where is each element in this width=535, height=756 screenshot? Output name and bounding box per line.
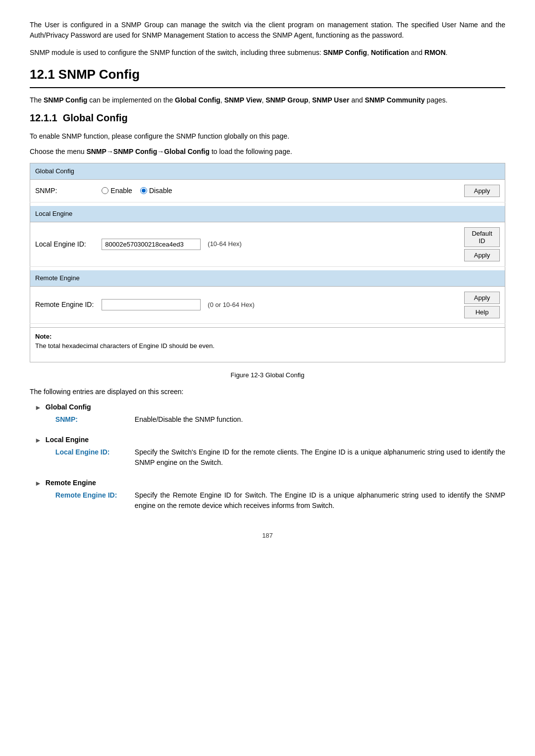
snmp-radio-group: Enable Disable — [99, 179, 459, 202]
global-config-heading: Global Config — [46, 403, 91, 411]
list-item-remote-engine: ► Remote Engine Remote Engine ID: Specif… — [35, 478, 505, 516]
note-text: The total hexadecimal characters of Engi… — [35, 342, 214, 350]
remote-engine-label: Remote Engine ID: — [30, 286, 99, 323]
choose-menu-text: Choose the menu SNMP→SNMP Config→Global … — [30, 147, 505, 157]
spacer-row-1 — [30, 202, 505, 206]
remote-engine-button-cell: Apply Help — [459, 286, 505, 323]
remote-engine-id-entry-row: Remote Engine ID: Specify the Remote Eng… — [55, 490, 505, 511]
intro-rmon-bold: RMON — [425, 49, 446, 56]
list-item-local-engine: ► Local Engine Local Engine ID: Specify … — [35, 435, 505, 473]
intro-notification-bold: Notification — [371, 49, 409, 56]
arrow-marker-remote: ► — [35, 478, 42, 489]
disable-label: Disable — [149, 186, 172, 196]
enable-label: Enable — [110, 186, 132, 196]
local-engine-id-entry-label: Local Engine ID: — [55, 447, 135, 457]
snmp-entry-label: SNMP: — [55, 414, 135, 425]
remote-engine-hint: (0 or 10-64 Hex) — [208, 300, 255, 310]
global-config-header: Global Config — [30, 163, 505, 180]
enable-radio-item[interactable]: Enable — [102, 186, 132, 196]
local-engine-hint: (10-64 Hex) — [208, 239, 242, 249]
intro-comma: , — [367, 49, 371, 56]
remote-engine-help-button[interactable]: Help — [464, 306, 500, 318]
local-engine-header-row: Local Engine — [30, 206, 505, 222]
intro-end: . — [446, 49, 448, 56]
global-config-sub-list: SNMP: Enable/Disable the SNMP function. — [55, 414, 243, 425]
remote-engine-id-input[interactable] — [102, 299, 201, 310]
enable-radio-circle[interactable] — [102, 187, 108, 194]
remote-engine-sub-list: Remote Engine ID: Specify the Remote Eng… — [55, 490, 505, 511]
local-engine-header: Local Engine — [30, 206, 505, 222]
list-item-global-config: ► Global Config SNMP: Enable/Disable the… — [35, 402, 505, 430]
section-title: 12.1 SNMP Config — [30, 65, 505, 88]
subsection-title: 12.1.1 Global Config — [30, 110, 505, 125]
local-engine-row: Local Engine ID: (10-64 Hex) Default ID … — [30, 222, 505, 266]
remote-engine-apply-button[interactable]: Apply — [464, 292, 500, 304]
local-engine-button-cell: Default ID Apply — [459, 222, 505, 266]
arrow-marker-global: ► — [35, 403, 42, 413]
local-engine-label: Local Engine ID: — [30, 222, 99, 266]
remote-engine-id-entry-label: Remote Engine ID: — [55, 490, 135, 501]
intro-and: and — [409, 49, 425, 56]
spacer-row-2 — [30, 266, 505, 270]
local-engine-default-id-button[interactable]: Default ID — [464, 227, 500, 247]
note-row: Note: The total hexadecimal characters o… — [30, 327, 505, 362]
local-engine-sub-list: Local Engine ID: Specify the Switch's En… — [55, 447, 505, 468]
remote-engine-id-entry-desc: Specify the Remote Engine ID for Switch.… — [135, 490, 505, 511]
snmp-entry-desc: Enable/Disable the SNMP function. — [135, 414, 243, 425]
disable-radio-circle[interactable] — [140, 187, 147, 194]
snmp-entry-row: SNMP: Enable/Disable the SNMP function. — [55, 414, 243, 425]
snmp-label: SNMP: — [30, 179, 99, 202]
intro-para2-prefix: SNMP module is used to configure the SNM… — [30, 49, 323, 56]
global-config-header-row: Global Config — [30, 163, 505, 180]
subsection-desc: To enable SNMP function, please configur… — [30, 131, 505, 142]
local-engine-id-entry-desc: Specify the Switch's Engine ID for the r… — [135, 447, 505, 468]
figure-caption: Figure 12-3 Global Config — [30, 370, 505, 380]
spacer-row-3 — [30, 323, 505, 327]
remote-engine-heading: Remote Engine — [46, 479, 96, 487]
arrow-marker-local: ► — [35, 435, 42, 446]
local-engine-id-entry-row: Local Engine ID: Specify the Switch's En… — [55, 447, 505, 468]
global-config-apply-button[interactable]: Apply — [464, 185, 500, 197]
following-entries-text: The following entries are displayed on t… — [30, 387, 505, 397]
note-box: Note: The total hexadecimal characters o… — [35, 332, 500, 351]
remote-engine-row: Remote Engine ID: (0 or 10-64 Hex) Apply… — [30, 286, 505, 323]
entries-list: ► Global Config SNMP: Enable/Disable the… — [35, 402, 505, 516]
local-engine-apply-button[interactable]: Apply — [464, 249, 500, 261]
remote-engine-header: Remote Engine — [30, 270, 505, 286]
remote-engine-input-cell: (0 or 10-64 Hex) — [99, 286, 459, 323]
note-label: Note: — [35, 333, 52, 340]
local-engine-input-cell: (10-64 Hex) — [99, 222, 459, 266]
local-engine-id-input[interactable] — [102, 239, 201, 250]
local-engine-heading: Local Engine — [46, 436, 89, 444]
section-description: The SNMP Config can be implemented on th… — [30, 95, 505, 105]
snmp-row: SNMP: Enable Disable Apply — [30, 179, 505, 202]
global-config-button-cell: Apply — [459, 179, 505, 202]
disable-radio-item[interactable]: Disable — [140, 186, 172, 196]
intro-para2: SNMP module is used to configure the SNM… — [30, 48, 505, 58]
intro-para1: The User is configured in a SNMP Group c… — [30, 20, 505, 41]
page-number: 187 — [30, 531, 505, 541]
intro-snmpconfig-bold: SNMP Config — [323, 49, 367, 56]
remote-engine-header-row: Remote Engine — [30, 270, 505, 286]
config-table: Global Config SNMP: Enable Disable Apply… — [30, 163, 505, 362]
